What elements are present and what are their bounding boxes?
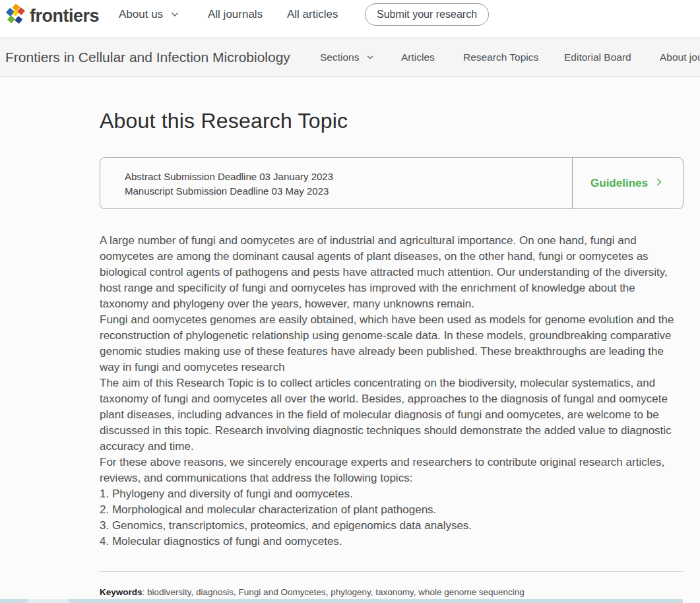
topic-list-item: 1. Phylogeny and diversity of fungi and …	[100, 486, 678, 502]
journal-nav-editorial-board[interactable]: Editorial Board	[564, 38, 631, 77]
journal-nav-articles-label: Articles	[401, 51, 435, 63]
journal-nav-about-journal-label: About journal	[660, 51, 700, 63]
journal-nav-sections[interactable]: Sections	[320, 38, 375, 77]
nav-all-journals[interactable]: All journals	[208, 0, 263, 29]
section-divider	[100, 571, 684, 572]
chevron-down-icon	[366, 53, 375, 62]
journal-nav-research-topics[interactable]: Research Topics	[463, 38, 538, 77]
abstract-deadline: Abstract Submission Deadline 03 January …	[125, 170, 572, 184]
keywords-label: Keywords	[100, 587, 143, 597]
journal-nav-articles[interactable]: Articles	[401, 38, 435, 77]
frontiers-logo[interactable]: frontiers	[5, 4, 99, 28]
frontiers-logo-text: frontiers	[30, 6, 99, 26]
topic-list-item: 4. Molecular diagnostics of fungi and oo…	[100, 534, 678, 550]
chevron-right-icon	[653, 176, 665, 191]
keywords-text: : biodiversity, diagnosis, Fungi and Oom…	[143, 587, 525, 597]
topic-paragraph: The aim of this Research Topic is to col…	[100, 375, 678, 455]
page-title: About this Research Topic	[100, 109, 348, 133]
journal-nav-research-topics-label: Research Topics	[463, 51, 538, 63]
journal-nav-editorial-board-label: Editorial Board	[564, 51, 631, 63]
top-navbar: frontiers About us All journals All arti…	[0, 0, 700, 38]
topic-list-item: 3. Genomics, transcriptomics, proteomics…	[100, 518, 678, 534]
nav-about-us-label: About us	[119, 8, 163, 21]
manuscript-deadline: Manuscript Submission Deadline 03 May 20…	[125, 184, 572, 199]
nav-all-journals-label: All journals	[208, 8, 263, 21]
journal-nav-about-journal[interactable]: About journal	[660, 38, 700, 77]
journal-navbar: Frontiers in Cellular and Infection Micr…	[0, 38, 700, 77]
nav-all-articles-label: All articles	[287, 8, 338, 21]
page: frontiers About us All journals All arti…	[0, 0, 700, 603]
chevron-down-icon	[170, 9, 180, 20]
guidelines-label: Guidelines	[590, 177, 648, 190]
submit-your-research-button[interactable]: Submit your research	[365, 3, 489, 26]
guidelines-link[interactable]: Guidelines	[572, 158, 683, 208]
deadline-info: Abstract Submission Deadline 03 January …	[100, 158, 572, 208]
next-section-edge-highlight	[28, 599, 69, 603]
topic-paragraph: A large number of fungi and oomycetes ar…	[100, 233, 678, 312]
topic-description: A large number of fungi and oomycetes ar…	[100, 233, 678, 550]
topic-paragraph: Fungi and oomycetes genomes are easily o…	[100, 312, 678, 375]
keywords-line: Keywords: biodiversity, diagnosis, Fungi…	[100, 587, 684, 597]
deadline-box: Abstract Submission Deadline 03 January …	[100, 157, 684, 209]
topic-list-item: 2. Morphological and molecular character…	[100, 502, 678, 518]
nav-about-us[interactable]: About us	[119, 0, 180, 29]
topic-paragraph: For these above reasons, we sincerely en…	[100, 455, 678, 486]
journal-nav-sections-label: Sections	[320, 51, 359, 63]
frontiers-logo-icon	[5, 4, 26, 28]
next-section-edge	[0, 599, 683, 603]
journal-title[interactable]: Frontiers in Cellular and Infection Micr…	[5, 38, 290, 77]
nav-all-articles[interactable]: All articles	[287, 0, 338, 29]
